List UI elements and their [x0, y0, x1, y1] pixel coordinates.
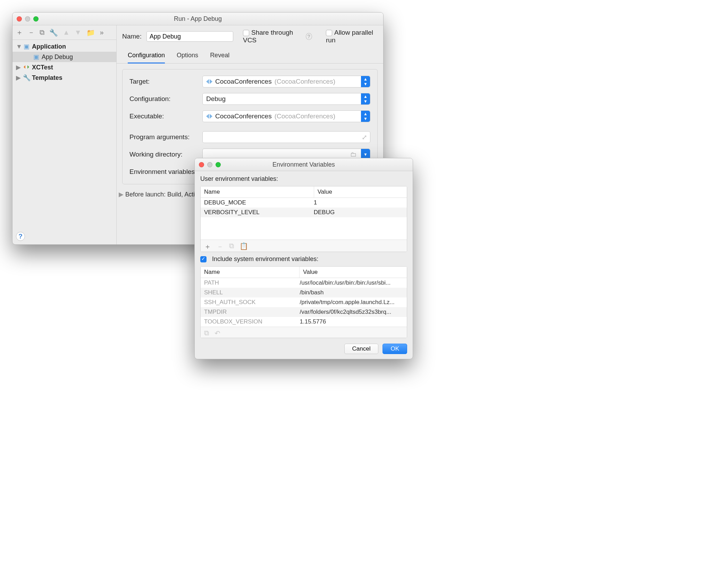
tab-options[interactable]: Options — [177, 52, 198, 64]
appcode-icon — [206, 114, 212, 119]
remove-icon[interactable]: － — [217, 242, 224, 251]
target-label: Target: — [129, 78, 202, 85]
share-help-icon[interactable]: ? — [306, 33, 312, 40]
env-label: Environment variables: — [129, 168, 202, 176]
wd-label: Working directory: — [129, 151, 202, 158]
paste-icon[interactable]: 📋 — [239, 242, 248, 251]
wrench-icon[interactable]: 🔧 — [49, 28, 58, 37]
config-label: Configuration: — [129, 95, 202, 103]
remove-icon[interactable]: － — [28, 28, 35, 37]
target-combo[interactable]: CocoaConferences (CocoaConferences) ▲▼ — [202, 76, 370, 87]
add-icon[interactable]: ＋ — [204, 242, 211, 251]
system-vars-table: Name Value PATH/usr/local/bin:/usr/bin:/… — [200, 266, 407, 338]
folder-icon[interactable]: 🗀 — [350, 151, 357, 158]
chevron-updown-icon[interactable]: ▲▼ — [361, 111, 370, 122]
copy-icon[interactable]: ⧉ — [204, 329, 209, 337]
table-row[interactable]: VERBOSITY_LEVELDEBUG — [201, 208, 407, 217]
copy-icon[interactable]: ⧉ — [40, 28, 44, 36]
env-titlebar: Environment Variables — [195, 158, 413, 171]
tree-item-templates[interactable]: ▶🔧Templates — [12, 73, 116, 83]
exec-label: Executable: — [129, 112, 202, 120]
allow-parallel-checkbox[interactable]: Allow parallel run — [326, 29, 378, 44]
maximize-icon[interactable] — [216, 162, 221, 167]
app-icon: ▣ — [33, 53, 40, 61]
appcode-icon — [206, 79, 212, 84]
col-value[interactable]: Value — [300, 267, 407, 278]
share-vcs-checkbox[interactable]: Share through VCS — [243, 29, 301, 44]
name-input[interactable] — [146, 31, 233, 42]
window-title: Run - App Debug — [12, 15, 383, 23]
folder-icon[interactable]: 📁 — [86, 28, 95, 37]
xctest-icon — [23, 64, 30, 71]
down-icon[interactable]: ▼ — [75, 28, 82, 36]
cancel-button[interactable]: Cancel — [344, 344, 379, 354]
table-row[interactable]: TOOLBOX_VERSION1.15.5776 — [201, 317, 407, 327]
sidebar: ＋ － ⧉ 🔧 ▲ ▼ 📁 » ▼▣Application▣App Debug▶… — [12, 25, 117, 244]
env-vars-window: Environment Variables User environment v… — [194, 158, 413, 359]
args-input[interactable]: ⤢ — [202, 131, 370, 143]
user-vars-table: Name Value DEBUG_MODE1VERBOSITY_LEVELDEB… — [200, 186, 407, 252]
col-name[interactable]: Name — [201, 186, 314, 198]
chevron-updown-icon[interactable]: ▲▼ — [361, 93, 370, 104]
table-row[interactable]: SHELL/bin/bash — [201, 288, 407, 297]
table-row[interactable]: SSH_AUTH_SOCK/private/tmp/com.apple.laun… — [201, 297, 407, 307]
minimize-icon[interactable] — [25, 16, 30, 22]
table-row[interactable]: DEBUG_MODE1 — [201, 198, 407, 208]
tab-configuration[interactable]: Configuration — [128, 52, 165, 64]
tab-bar: Configuration Options Reveal — [117, 44, 383, 64]
name-label: Name: — [122, 33, 142, 40]
more-icon[interactable]: » — [100, 28, 104, 36]
copy-icon[interactable]: ⧉ — [229, 242, 234, 251]
close-icon[interactable] — [199, 162, 204, 167]
include-system-checkbox[interactable] — [200, 256, 207, 262]
table-row[interactable]: PATH/usr/local/bin:/usr/bin:/bin:/usr/sb… — [201, 278, 407, 288]
minimize-icon[interactable] — [207, 162, 212, 167]
config-combo[interactable]: Debug ▲▼ — [202, 93, 370, 105]
tree-item-app-debug[interactable]: ▣App Debug — [12, 52, 116, 62]
col-name[interactable]: Name — [201, 267, 300, 278]
add-icon[interactable]: ＋ — [16, 28, 23, 37]
window-title: Environment Variables — [195, 161, 413, 168]
help-button[interactable]: ? — [16, 232, 25, 241]
table-row[interactable]: TMPDIR/var/folders/0f/kc2qltsd5z32s3brq.… — [201, 307, 407, 317]
exec-combo[interactable]: CocoaConferences (CocoaConferences) ▲▼ — [202, 110, 370, 122]
tree-item-application[interactable]: ▼▣Application — [12, 41, 116, 52]
config-tree: ▼▣Application▣App Debug▶XCTest▶🔧Template… — [12, 40, 116, 83]
revert-icon[interactable]: ↶ — [215, 329, 220, 337]
tree-item-xctest[interactable]: ▶XCTest — [12, 62, 116, 73]
user-vars-label: User environment variables: — [200, 175, 407, 183]
sidebar-toolbar: ＋ － ⧉ 🔧 ▲ ▼ 📁 » — [12, 25, 116, 40]
include-system-label: Include system environment variables: — [212, 255, 318, 263]
app-icon: ▣ — [23, 43, 30, 50]
args-label: Program arguments: — [129, 133, 202, 141]
chevron-updown-icon[interactable]: ▲▼ — [361, 76, 370, 87]
up-icon[interactable]: ▲ — [63, 28, 70, 36]
col-value[interactable]: Value — [314, 186, 407, 198]
close-icon[interactable] — [17, 16, 22, 22]
main-titlebar: Run - App Debug — [12, 12, 383, 25]
maximize-icon[interactable] — [33, 16, 39, 22]
ok-button[interactable]: OK — [383, 344, 407, 354]
wrench-icon: 🔧 — [23, 74, 30, 82]
expand-icon[interactable]: ⤢ — [362, 133, 367, 141]
tab-reveal[interactable]: Reveal — [210, 52, 229, 64]
